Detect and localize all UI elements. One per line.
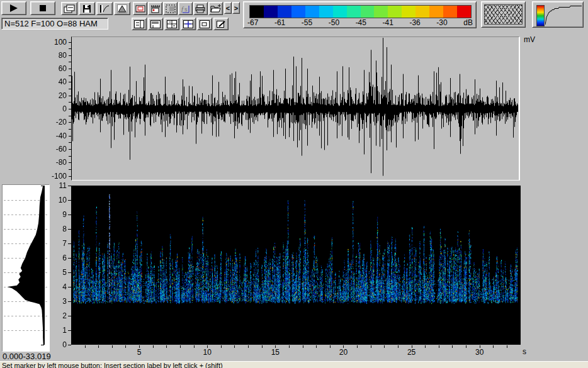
spectrogram-y-label: 0	[40, 340, 67, 349]
stop-button[interactable]	[30, 1, 55, 15]
waveform-y-tick	[69, 176, 71, 177]
waveform-y-label: -60	[40, 145, 67, 153]
waveform-y-label: -20	[40, 118, 67, 126]
mini-colorbar	[536, 5, 545, 26]
spectrogram-x-tick	[466, 345, 466, 348]
spectrogram-x-tick	[493, 345, 494, 348]
layout-rows-icon	[150, 20, 161, 28]
section-select-button[interactable]	[133, 2, 147, 15]
crosshatch-pattern	[484, 4, 523, 25]
colorbar-label: -61	[274, 18, 285, 27]
colorbar-label: -55	[302, 18, 312, 27]
open-file-button[interactable]	[208, 2, 223, 15]
save-button[interactable]	[79, 2, 95, 15]
edit-labels-button[interactable]	[213, 18, 229, 30]
spectrogram-y-tick	[68, 243, 71, 244]
spectrogram-canvas	[71, 186, 521, 345]
spectrogram-app-window: f s < > N=512 F=100 O=88 HAM	[0, 0, 588, 368]
save-icon	[82, 4, 91, 13]
spectrogram-y-tick	[68, 316, 71, 316]
waveform-y-tick	[69, 55, 71, 56]
colorbar-segment	[347, 6, 361, 18]
spectrogram-x-tick	[234, 345, 235, 348]
waveform-y-label: 100	[40, 38, 67, 47]
print-button[interactable]	[193, 2, 208, 15]
spectrogram-x-tick	[125, 345, 126, 348]
waveform-y-tick	[69, 122, 71, 123]
spectrogram-x-tick	[425, 345, 426, 348]
layout-inset-icon	[200, 20, 210, 28]
waveform-y-tick	[69, 156, 71, 157]
next-button-label: >	[234, 4, 238, 12]
status-bar: Set marker by left mouse button; Insert …	[0, 361, 588, 368]
spectrogram-x-tick	[357, 345, 358, 348]
fs-settings-button[interactable]: f s	[178, 2, 193, 15]
spectrogram-x-tick	[112, 345, 113, 348]
colorbar-segment	[250, 6, 264, 18]
colorbar-label: -36	[409, 18, 420, 27]
spectrogram-x-tick	[384, 345, 385, 348]
spectrogram-x-tick	[507, 345, 507, 348]
waveform-y-tick	[69, 75, 71, 76]
colorbar-segment	[443, 6, 457, 18]
hatch-pattern-panel	[481, 1, 526, 28]
play-button[interactable]	[1, 1, 26, 15]
spectrogram-y-label: 10	[40, 196, 67, 204]
layout-grid-sync-button[interactable]	[181, 18, 196, 30]
spectrogram-x-tick	[316, 345, 317, 348]
spectrogram-x-tick	[371, 345, 371, 348]
spectrogram-y-label: 3	[40, 297, 67, 306]
waveform-y-tick	[69, 129, 71, 130]
waveform-y-label: -80	[40, 158, 67, 167]
transfer-curve-button[interactable]	[96, 2, 113, 15]
spectrogram-x-label: 15	[270, 348, 280, 357]
colorbar-label: -41	[383, 18, 393, 27]
waveform-y-label: 80	[40, 51, 67, 60]
spectrogram-x-label: 5	[134, 348, 144, 357]
colorbar-panel: -67-61-55-50-45-41-36-30dB	[243, 1, 477, 28]
edit-pencil-icon	[216, 20, 226, 28]
copy-display-button[interactable]	[61, 2, 77, 15]
spectrogram-x-tick	[303, 345, 303, 348]
window-function-button[interactable]	[114, 2, 130, 15]
waveform-plot[interactable]	[71, 36, 520, 181]
spectrogram-y-label: 7	[40, 239, 67, 248]
svg-text:s: s	[184, 6, 188, 13]
next-button[interactable]: >	[232, 2, 240, 14]
layout-grid-button[interactable]	[164, 18, 179, 30]
area-select-icon	[166, 4, 176, 13]
spectrogram-y-tick	[68, 215, 71, 215]
layout-inset-button[interactable]	[197, 18, 212, 30]
prev-button[interactable]: <	[224, 2, 232, 14]
copy-display-icon	[64, 4, 75, 13]
spectrogram-plot[interactable]	[71, 186, 521, 345]
waveform-y-tick	[69, 102, 71, 103]
area-select-button[interactable]	[163, 2, 178, 15]
spectrogram-x-tick	[248, 345, 249, 348]
spectrogram-x-tick	[98, 345, 99, 348]
waveform-y-tick	[69, 136, 71, 137]
spectrogram-x-tick	[85, 345, 86, 348]
layout-single-icon	[134, 20, 144, 28]
spectrogram-y-label: 8	[40, 225, 67, 233]
section-select-icon	[135, 4, 145, 13]
spectrogram-y-label: 2	[40, 311, 67, 320]
colorbar-label: -30	[436, 18, 447, 27]
colorbar-label: dB	[463, 18, 473, 27]
spectrogram-y-tick	[68, 301, 71, 302]
transfer-curve-panel	[532, 1, 584, 28]
waveform-y-tick	[69, 149, 71, 150]
colorbar-segment	[388, 6, 402, 18]
spectrogram-x-tick	[180, 345, 181, 348]
colorbar-segment	[402, 6, 416, 18]
colorbar-segment	[291, 6, 305, 18]
layout-rows-button[interactable]	[148, 18, 163, 30]
colorbar-segment	[319, 6, 333, 18]
layout-single-button[interactable]	[132, 18, 147, 30]
time-ruler-button[interactable]	[148, 2, 162, 15]
colorbar-segment	[416, 6, 429, 18]
colorbar-segment	[278, 6, 291, 18]
waveform-y-tick	[69, 42, 71, 43]
spectrogram-y-label: 5	[40, 268, 67, 277]
spectrogram-y-tick	[68, 287, 71, 287]
